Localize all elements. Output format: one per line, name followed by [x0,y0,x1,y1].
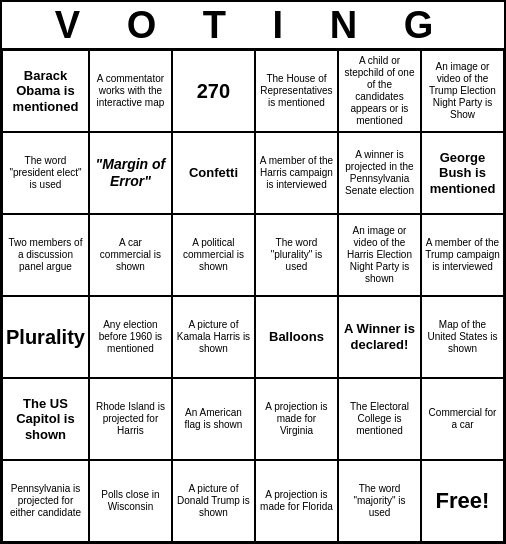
bingo-cell-16[interactable]: An image or video of the Harris Election… [338,214,421,296]
bingo-cell-5[interactable]: An image or video of the Trump Election … [421,50,504,132]
bingo-cell-22[interactable]: A Winner is declared! [338,296,421,378]
bingo-card: V O T I N G Barack Obama is mentionedA c… [0,0,506,544]
bingo-cell-25[interactable]: Rhode Island is projected for Harris [89,378,172,460]
bingo-cell-10[interactable]: A winner is projected in the Pennsylvani… [338,132,421,214]
bingo-cell-30[interactable]: Pennsylvania is projected for either can… [2,460,89,542]
bingo-cell-4[interactable]: A child or stepchild of one of the candi… [338,50,421,132]
bingo-cell-2[interactable]: 270 [172,50,255,132]
bingo-cell-19[interactable]: Any election before 1960 is mentioned [89,296,172,378]
bingo-cell-33[interactable]: A projection is made for Florida [255,460,338,542]
bingo-cell-15[interactable]: The word "plurality" is used [255,214,338,296]
bingo-cell-28[interactable]: The Electoral College is mentioned [338,378,421,460]
bingo-cell-24[interactable]: The US Capitol is shown [2,378,89,460]
bingo-cell-0[interactable]: Barack Obama is mentioned [2,50,89,132]
bingo-cell-6[interactable]: The word "president elect" is used [2,132,89,214]
bingo-cell-20[interactable]: A picture of Kamala Harris is shown [172,296,255,378]
bingo-cell-29[interactable]: Commercial for a car [421,378,504,460]
bingo-cell-11[interactable]: George Bush is mentioned [421,132,504,214]
bingo-cell-31[interactable]: Polls close in Wisconsin [89,460,172,542]
bingo-cell-13[interactable]: A car commercial is shown [89,214,172,296]
bingo-cell-27[interactable]: A projection is made for Virginia [255,378,338,460]
bingo-cell-18[interactable]: Plurality [2,296,89,378]
bingo-cell-34[interactable]: The word "majority" is used [338,460,421,542]
bingo-cell-26[interactable]: An American flag is shown [172,378,255,460]
bingo-cell-17[interactable]: A member of the Trump campaign is interv… [421,214,504,296]
bingo-cell-8[interactable]: Confetti [172,132,255,214]
bingo-cell-3[interactable]: The House of Representatives is mentione… [255,50,338,132]
bingo-cell-12[interactable]: Two members of a discussion panel argue [2,214,89,296]
bingo-title: V O T I N G [2,2,504,50]
bingo-grid: Barack Obama is mentionedA commentator w… [2,50,504,542]
bingo-cell-21[interactable]: Balloons [255,296,338,378]
bingo-cell-7[interactable]: "Margin of Error" [89,132,172,214]
bingo-cell-23[interactable]: Map of the United States is shown [421,296,504,378]
bingo-cell-14[interactable]: A political commercial is shown [172,214,255,296]
bingo-cell-32[interactable]: A picture of Donald Trump is shown [172,460,255,542]
bingo-cell-35[interactable]: Free! [421,460,504,542]
bingo-cell-9[interactable]: A member of the Harris campaign is inter… [255,132,338,214]
bingo-cell-1[interactable]: A commentator works with the interactive… [89,50,172,132]
